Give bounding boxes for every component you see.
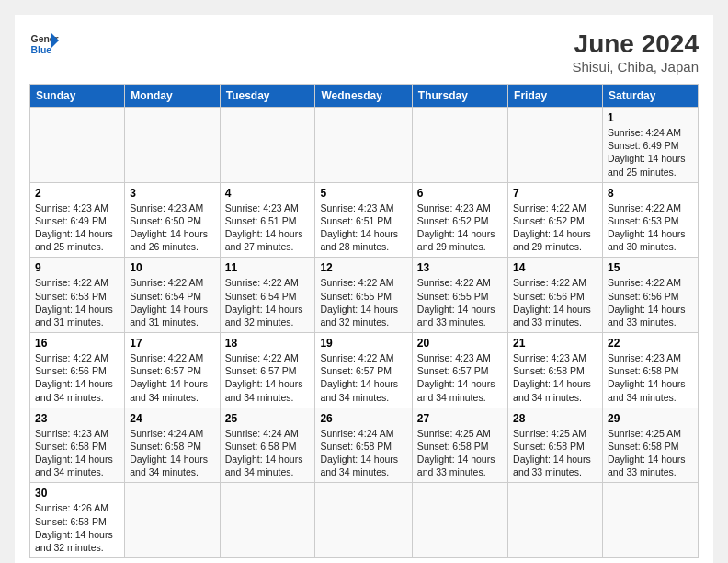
day-number: 6	[417, 187, 503, 200]
day-number: 8	[608, 187, 693, 200]
day-info: Sunrise: 4:25 AM Sunset: 6:58 PM Dayligh…	[513, 427, 597, 479]
day-info: Sunrise: 4:22 AM Sunset: 6:52 PM Dayligh…	[513, 201, 597, 254]
calendar-cell: 6Sunrise: 4:23 AM Sunset: 6:52 PM Daylig…	[412, 182, 507, 258]
day-number: 23	[35, 412, 119, 425]
day-info: Sunrise: 4:22 AM Sunset: 6:56 PM Dayligh…	[608, 276, 693, 328]
calendar-cell	[602, 483, 698, 558]
calendar-cell	[30, 108, 125, 183]
calendar-cell: 22Sunrise: 4:23 AM Sunset: 6:58 PM Dayli…	[602, 333, 698, 408]
calendar-cell	[125, 483, 220, 558]
day-number: 14	[513, 261, 597, 274]
col-thursday: Thursday	[412, 85, 507, 108]
location-subtitle: Shisui, Chiba, Japan	[572, 59, 699, 75]
calendar-cell: 19Sunrise: 4:22 AM Sunset: 6:57 PM Dayli…	[315, 333, 412, 408]
day-number: 12	[320, 261, 406, 274]
day-number: 4	[225, 187, 311, 200]
header: General Blue June 2024 Shisui, Chiba, Ja…	[29, 29, 699, 75]
day-info: Sunrise: 4:22 AM Sunset: 6:55 PM Dayligh…	[417, 276, 503, 328]
col-monday: Monday	[125, 85, 220, 108]
calendar-cell: 11Sunrise: 4:22 AM Sunset: 6:54 PM Dayli…	[220, 258, 315, 333]
day-info: Sunrise: 4:25 AM Sunset: 6:58 PM Dayligh…	[608, 427, 693, 479]
day-info: Sunrise: 4:23 AM Sunset: 6:49 PM Dayligh…	[35, 201, 119, 254]
day-number: 16	[35, 337, 119, 350]
day-number: 19	[320, 337, 406, 350]
calendar-cell: 8Sunrise: 4:22 AM Sunset: 6:53 PM Daylig…	[602, 182, 698, 258]
day-number: 13	[417, 261, 503, 274]
day-info: Sunrise: 4:22 AM Sunset: 6:54 PM Dayligh…	[130, 276, 214, 328]
day-number: 21	[513, 337, 597, 350]
day-info: Sunrise: 4:25 AM Sunset: 6:58 PM Dayligh…	[417, 427, 503, 479]
day-number: 7	[513, 187, 597, 200]
calendar-cell: 1Sunrise: 4:24 AM Sunset: 6:49 PM Daylig…	[602, 108, 698, 183]
month-title: June 2024	[572, 29, 699, 59]
calendar-cell: 27Sunrise: 4:25 AM Sunset: 6:58 PM Dayli…	[412, 408, 507, 483]
table-row: 9Sunrise: 4:22 AM Sunset: 6:53 PM Daylig…	[30, 258, 699, 333]
table-row: 30Sunrise: 4:26 AM Sunset: 6:58 PM Dayli…	[30, 483, 699, 558]
day-number: 15	[608, 261, 693, 274]
day-info: Sunrise: 4:22 AM Sunset: 6:54 PM Dayligh…	[225, 276, 311, 328]
col-saturday: Saturday	[602, 85, 698, 108]
calendar-cell	[125, 108, 220, 183]
calendar-cell: 10Sunrise: 4:22 AM Sunset: 6:54 PM Dayli…	[125, 258, 220, 333]
day-info: Sunrise: 4:23 AM Sunset: 6:58 PM Dayligh…	[513, 351, 597, 404]
calendar-cell: 18Sunrise: 4:22 AM Sunset: 6:57 PM Dayli…	[220, 333, 315, 408]
calendar-cell: 15Sunrise: 4:22 AM Sunset: 6:56 PM Dayli…	[602, 258, 698, 333]
col-wednesday: Wednesday	[315, 85, 412, 108]
day-number: 20	[417, 337, 503, 350]
day-number: 22	[608, 337, 693, 350]
day-info: Sunrise: 4:23 AM Sunset: 6:51 PM Dayligh…	[320, 201, 406, 254]
day-number: 11	[225, 261, 311, 274]
svg-text:Blue: Blue	[31, 45, 52, 55]
calendar-cell: 9Sunrise: 4:22 AM Sunset: 6:53 PM Daylig…	[30, 258, 125, 333]
day-info: Sunrise: 4:22 AM Sunset: 6:56 PM Dayligh…	[35, 351, 119, 404]
day-number: 5	[320, 187, 406, 200]
calendar-cell: 26Sunrise: 4:24 AM Sunset: 6:58 PM Dayli…	[315, 408, 412, 483]
calendar-cell	[412, 483, 507, 558]
calendar-cell: 17Sunrise: 4:22 AM Sunset: 6:57 PM Dayli…	[125, 333, 220, 408]
day-info: Sunrise: 4:22 AM Sunset: 6:57 PM Dayligh…	[320, 351, 406, 404]
day-info: Sunrise: 4:22 AM Sunset: 6:53 PM Dayligh…	[35, 276, 119, 328]
calendar-cell: 13Sunrise: 4:22 AM Sunset: 6:55 PM Dayli…	[412, 258, 507, 333]
calendar-cell: 20Sunrise: 4:23 AM Sunset: 6:57 PM Dayli…	[412, 333, 507, 408]
calendar-cell	[315, 108, 412, 183]
calendar-cell: 30Sunrise: 4:26 AM Sunset: 6:58 PM Dayli…	[30, 483, 125, 558]
day-info: Sunrise: 4:22 AM Sunset: 6:55 PM Dayligh…	[320, 276, 406, 328]
title-block: June 2024 Shisui, Chiba, Japan	[572, 29, 699, 75]
day-info: Sunrise: 4:22 AM Sunset: 6:57 PM Dayligh…	[225, 351, 311, 404]
day-info: Sunrise: 4:23 AM Sunset: 6:52 PM Dayligh…	[417, 201, 503, 254]
calendar-cell	[412, 108, 507, 183]
day-number: 1	[608, 111, 693, 124]
day-number: 18	[225, 337, 311, 350]
calendar-page: General Blue June 2024 Shisui, Chiba, Ja…	[15, 15, 713, 563]
day-info: Sunrise: 4:26 AM Sunset: 6:58 PM Dayligh…	[35, 501, 119, 554]
day-number: 28	[513, 412, 597, 425]
header-row: Sunday Monday Tuesday Wednesday Thursday…	[30, 85, 699, 108]
day-number: 2	[35, 187, 119, 200]
calendar-cell: 2Sunrise: 4:23 AM Sunset: 6:49 PM Daylig…	[30, 182, 125, 258]
day-number: 25	[225, 412, 311, 425]
day-info: Sunrise: 4:23 AM Sunset: 6:58 PM Dayligh…	[35, 427, 119, 479]
calendar-cell	[508, 483, 603, 558]
day-info: Sunrise: 4:22 AM Sunset: 6:56 PM Dayligh…	[513, 276, 597, 328]
calendar-cell: 3Sunrise: 4:23 AM Sunset: 6:50 PM Daylig…	[125, 182, 220, 258]
day-number: 26	[320, 412, 406, 425]
calendar-cell: 28Sunrise: 4:25 AM Sunset: 6:58 PM Dayli…	[508, 408, 603, 483]
day-info: Sunrise: 4:23 AM Sunset: 6:57 PM Dayligh…	[417, 351, 503, 404]
calendar-cell: 5Sunrise: 4:23 AM Sunset: 6:51 PM Daylig…	[315, 182, 412, 258]
day-number: 9	[35, 261, 119, 274]
day-number: 10	[130, 261, 214, 274]
day-number: 27	[417, 412, 503, 425]
logo: General Blue	[29, 29, 59, 59]
calendar-table: Sunday Monday Tuesday Wednesday Thursday…	[29, 84, 699, 558]
col-tuesday: Tuesday	[220, 85, 315, 108]
day-info: Sunrise: 4:24 AM Sunset: 6:49 PM Dayligh…	[608, 126, 693, 178]
calendar-cell: 24Sunrise: 4:24 AM Sunset: 6:58 PM Dayli…	[125, 408, 220, 483]
table-row: 23Sunrise: 4:23 AM Sunset: 6:58 PM Dayli…	[30, 408, 699, 483]
table-row: 16Sunrise: 4:22 AM Sunset: 6:56 PM Dayli…	[30, 333, 699, 408]
calendar-cell: 7Sunrise: 4:22 AM Sunset: 6:52 PM Daylig…	[508, 182, 603, 258]
calendar-cell	[508, 108, 603, 183]
calendar-cell: 29Sunrise: 4:25 AM Sunset: 6:58 PM Dayli…	[602, 408, 698, 483]
day-info: Sunrise: 4:22 AM Sunset: 6:53 PM Dayligh…	[608, 201, 693, 254]
calendar-cell	[220, 483, 315, 558]
table-row: 1Sunrise: 4:24 AM Sunset: 6:49 PM Daylig…	[30, 108, 699, 183]
